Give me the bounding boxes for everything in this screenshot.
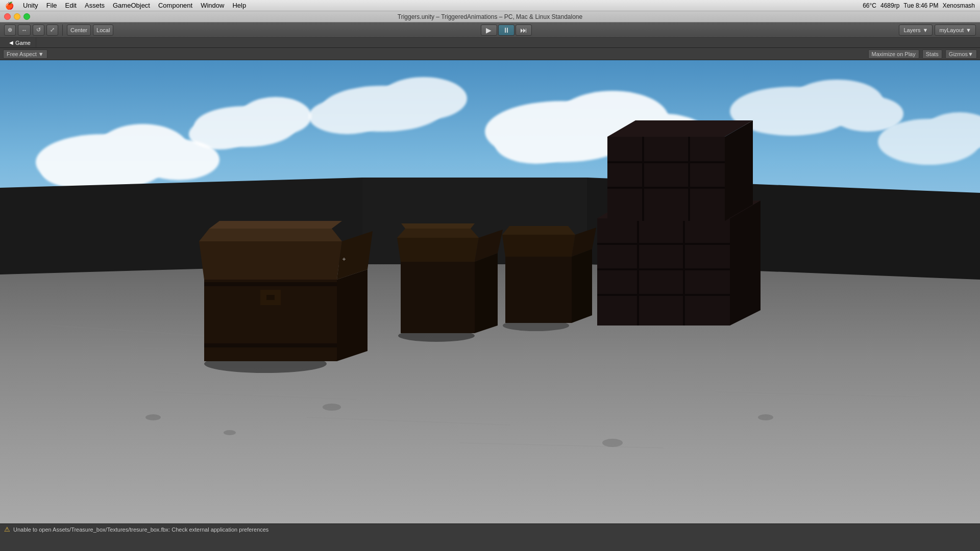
clock: Tue 8:46 PM	[903, 2, 938, 9]
game-tab-label: Game	[15, 40, 31, 46]
menubar: 🍎 Unity File Edit Assets GameObject Comp…	[0, 0, 980, 11]
svg-marker-60	[572, 249, 592, 323]
svg-point-36	[758, 414, 773, 420]
menu-file[interactable]: File	[42, 0, 61, 11]
svg-marker-39	[199, 241, 342, 280]
local-label: Local	[96, 27, 110, 33]
username: Xenosmash	[943, 2, 975, 9]
layout-dropdown[interactable]: myLayout ▼	[935, 24, 976, 36]
toolbar-right: Layers ▼ myLayout ▼	[899, 24, 976, 36]
game-tab-icon: ◀	[9, 40, 13, 45]
mem-info: 4689rp	[880, 2, 899, 9]
gizmos-arrow: ▼	[968, 51, 973, 57]
svg-rect-46	[204, 343, 337, 347]
tool-translate[interactable]: ↔	[18, 24, 31, 36]
svg-marker-70	[607, 137, 725, 221]
svg-marker-53	[401, 223, 475, 229]
pause-button[interactable]: ⏸	[498, 24, 514, 36]
svg-point-10	[309, 98, 385, 134]
svg-point-35	[602, 439, 623, 447]
svg-marker-41	[337, 269, 368, 361]
menu-help[interactable]: Help	[228, 0, 250, 11]
svg-rect-48	[266, 295, 275, 300]
svg-point-32	[145, 414, 161, 420]
warning-icon: ⚠	[4, 525, 10, 533]
svg-point-14	[495, 125, 577, 164]
game-tab[interactable]: ◀ Game	[4, 38, 36, 47]
aspect-ratio-dropdown[interactable]: Free Aspect ▼	[3, 49, 47, 59]
center-label: Center	[70, 27, 87, 33]
titlebar: Triggers.unity – TriggeredAnimations – P…	[0, 11, 980, 22]
svg-point-34	[323, 404, 341, 411]
svg-marker-58	[502, 235, 575, 257]
game-toolbar-right: Maximize on Play Stats Gizmos ▼	[868, 49, 977, 59]
status-message: Unable to open Assets/Treasure_box/Textu…	[13, 527, 268, 533]
aspect-arrow: ▼	[38, 51, 44, 57]
minimize-button[interactable]	[14, 13, 20, 20]
sep1	[62, 24, 63, 36]
svg-marker-52	[397, 229, 479, 238]
layers-dropdown[interactable]: Layers ▼	[899, 24, 933, 36]
center-toggle[interactable]: Center	[67, 24, 91, 36]
panel-header: ◀ Game	[0, 38, 980, 48]
menu-gameobject[interactable]: GameObject	[109, 0, 154, 11]
svg-marker-71	[725, 120, 753, 221]
playback-controls: ▶ ⏸ ⏭	[115, 24, 897, 36]
svg-marker-40	[199, 229, 342, 241]
svg-point-6	[240, 97, 311, 136]
step-button[interactable]: ⏭	[516, 24, 532, 36]
menubar-right: 66°C 4689rp Tue 8:46 PM Xenosmash	[863, 2, 975, 9]
play-button[interactable]: ▶	[481, 24, 497, 36]
svg-marker-50	[401, 262, 475, 333]
apple-logo[interactable]: 🍎	[5, 2, 14, 10]
svg-point-9	[380, 77, 467, 120]
scene-svg	[0, 60, 980, 535]
close-button[interactable]	[4, 13, 11, 20]
svg-point-4	[41, 152, 112, 188]
maximize-button[interactable]	[23, 13, 30, 20]
window-title: Triggers.unity – TriggeredAnimations – P…	[398, 13, 582, 20]
menu-window[interactable]: Window	[197, 0, 228, 11]
svg-marker-54	[475, 253, 498, 333]
svg-point-33	[224, 430, 236, 435]
menu-assets[interactable]: Assets	[81, 0, 109, 11]
svg-marker-51	[397, 238, 479, 262]
svg-marker-57	[505, 257, 572, 323]
svg-marker-63	[730, 201, 761, 325]
local-toggle[interactable]: Local	[93, 24, 113, 36]
menu-component[interactable]: Component	[154, 0, 197, 11]
svg-marker-59	[502, 226, 575, 235]
tool-rotate[interactable]: ↺	[33, 24, 44, 36]
cpu-temp: 66°C	[863, 2, 876, 9]
aspect-label: Free Aspect	[7, 51, 37, 57]
stats-btn[interactable]: Stats	[922, 49, 942, 59]
gizmos-btn[interactable]: Gizmos ▼	[945, 49, 977, 59]
game-toolbar: Free Aspect ▼ Maximize on Play Stats Giz…	[0, 48, 980, 60]
svg-marker-44	[209, 221, 342, 229]
menu-edit[interactable]: Edit	[61, 0, 81, 11]
statusbar: ⚠ Unable to open Assets/Treasure_box/Tex…	[0, 523, 980, 535]
svg-rect-45	[204, 282, 337, 286]
tool-scale[interactable]: ⤢	[46, 24, 58, 36]
menu-unity[interactable]: Unity	[19, 0, 42, 11]
traffic-lights	[4, 13, 30, 20]
game-viewport[interactable]: ⚠ Unable to open Assets/Treasure_box/Tex…	[0, 60, 980, 535]
maximize-on-play-btn[interactable]: Maximize on Play	[868, 49, 919, 59]
unity-toolbar: ⊕ ↔ ↺ ⤢ Center Local ▶ ⏸ ⏭ Layers ▼ myLa…	[0, 22, 980, 38]
svg-point-7	[189, 119, 250, 149]
svg-marker-62	[597, 218, 730, 325]
tool-move[interactable]: ⊕	[4, 24, 16, 36]
